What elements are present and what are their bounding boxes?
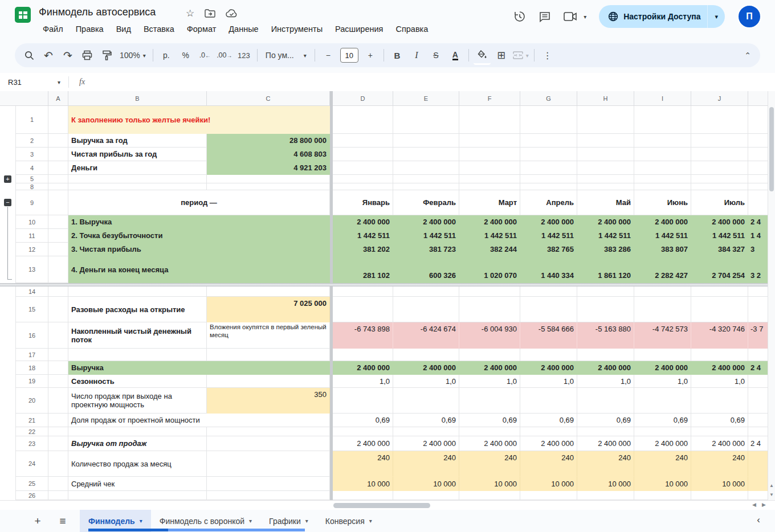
cell-D21[interactable]: 0,69	[333, 414, 393, 427]
cell-A23[interactable]	[48, 436, 68, 451]
menu-item-4[interactable]: Формат	[182, 23, 222, 35]
cell-H19[interactable]: 1,0	[577, 375, 634, 388]
cell-B10[interactable]: 1. Выручка	[68, 215, 330, 229]
add-sheet-button[interactable]: +	[25, 515, 50, 527]
row-header-5[interactable]: 5	[16, 175, 48, 183]
cell-H1[interactable]	[577, 106, 634, 134]
cell-D9[interactable]: Январь	[333, 190, 393, 215]
cell-J17[interactable]	[691, 349, 748, 361]
comments-icon[interactable]	[539, 10, 551, 23]
cell-A4[interactable]	[48, 161, 68, 175]
row-header-19[interactable]: 19	[16, 375, 48, 388]
col-header-J[interactable]: J	[691, 91, 748, 106]
cell-K18-partial[interactable]: 2 4	[748, 361, 768, 375]
horizontal-scrollbar[interactable]: ◀ ▶	[0, 500, 775, 510]
cell-B20[interactable]: Число продаж при выходе на проектную мощ…	[68, 388, 207, 414]
text-color-button[interactable]: A	[447, 47, 464, 64]
cell-F5[interactable]	[459, 175, 520, 183]
cell-H8[interactable]	[577, 183, 634, 190]
cell-H21[interactable]: 0,69	[577, 414, 634, 427]
cell-D4[interactable]	[333, 161, 393, 175]
cell-C19[interactable]	[207, 375, 330, 388]
cell-B11[interactable]: 2. Точка безубыточности	[68, 229, 330, 243]
col-header-H[interactable]: H	[577, 91, 634, 106]
cell-K14-partial[interactable]	[748, 287, 768, 297]
cell-C26[interactable]	[207, 491, 330, 500]
cell-I16[interactable]: -4 742 573	[634, 322, 691, 349]
camera-caret-icon[interactable]: ▾	[584, 14, 586, 20]
cell-F22[interactable]	[459, 427, 520, 436]
tabs-scroll-left-icon[interactable]: ‹	[757, 514, 760, 526]
cell-I2[interactable]	[634, 134, 691, 148]
cell-A22[interactable]	[48, 427, 68, 436]
cell-G1[interactable]	[520, 106, 577, 134]
cell-A16[interactable]	[48, 322, 68, 349]
cell-B12[interactable]: 3. Чистая прибыль	[68, 243, 330, 256]
group-expand-button[interactable]: +	[4, 175, 11, 183]
cell-G11[interactable]: 1 442 511	[520, 229, 577, 243]
cell-K3-partial[interactable]	[748, 148, 768, 161]
document-title[interactable]: Финмодель автосервиса	[39, 6, 156, 18]
cell-F25[interactable]: 10 000	[459, 477, 520, 491]
cell-K26-partial[interactable]	[748, 491, 768, 500]
cell-J9[interactable]: Июль	[691, 190, 748, 215]
cell-F21[interactable]: 0,69	[459, 414, 520, 427]
menu-item-5[interactable]: Данные	[223, 23, 263, 35]
cell-K5-partial[interactable]	[748, 175, 768, 183]
print-icon[interactable]	[79, 47, 96, 64]
col-header-partial[interactable]	[748, 91, 768, 106]
cell-B19[interactable]: Сезонность	[68, 375, 207, 388]
cell-I3[interactable]	[634, 148, 691, 161]
cell-F1[interactable]	[459, 106, 520, 134]
sheets-logo-icon[interactable]	[15, 7, 31, 23]
cell-E8[interactable]	[393, 183, 459, 190]
merge-cells-icon[interactable]: ▾	[512, 47, 529, 64]
cell-D25[interactable]: 10 000	[333, 477, 393, 491]
cell-K22-partial[interactable]	[748, 427, 768, 436]
scroll-up-icon[interactable]: ▲	[768, 481, 775, 490]
cell-H13[interactable]: 1 861 120	[577, 256, 634, 283]
horizontal-scrollbar-thumb[interactable]	[333, 503, 430, 508]
cell-K23-partial[interactable]: 2 4	[748, 436, 768, 451]
cell-H25[interactable]: 10 000	[577, 477, 634, 491]
cell-F4[interactable]	[459, 161, 520, 175]
name-box[interactable]: R31 ▾	[0, 78, 63, 87]
cell-I8[interactable]	[634, 183, 691, 190]
cell-I20[interactable]	[634, 388, 691, 414]
cell-D1[interactable]	[333, 106, 393, 134]
formula-input[interactable]	[85, 73, 775, 91]
all-sheets-icon[interactable]: ≡	[50, 515, 75, 527]
cell-I15[interactable]	[634, 297, 691, 322]
cell-D11[interactable]: 1 442 511	[333, 229, 393, 243]
row-header-15[interactable]: 15	[16, 297, 48, 322]
cell-G22[interactable]	[520, 427, 577, 436]
cell-C20[interactable]: 350	[207, 388, 330, 414]
cell-E18[interactable]: 2 400 000	[393, 361, 459, 375]
cell-C24[interactable]	[207, 451, 330, 477]
row-header-11[interactable]: 11	[16, 229, 48, 243]
cell-H10[interactable]: 2 400 000	[577, 215, 634, 229]
scroll-down-icon[interactable]: ▼	[768, 490, 775, 499]
cell-J25[interactable]: 10 000	[691, 477, 748, 491]
version-history-icon[interactable]	[513, 10, 526, 23]
cell-E21[interactable]: 0,69	[393, 414, 459, 427]
cell-G12[interactable]: 382 765	[520, 243, 577, 256]
cell-E19[interactable]: 1,0	[393, 375, 459, 388]
cell-B16[interactable]: Накопленный чистый денежный поток	[68, 322, 207, 349]
cell-I23[interactable]: 2 400 000	[634, 436, 691, 451]
cell-B17[interactable]	[68, 349, 207, 361]
cell-A8[interactable]	[48, 183, 68, 190]
cell-F20[interactable]	[459, 388, 520, 414]
row-header-25[interactable]: 25	[16, 477, 48, 491]
cell-G2[interactable]	[520, 134, 577, 148]
cell-G25[interactable]: 10 000	[520, 477, 577, 491]
row-header-20[interactable]: 20	[16, 388, 48, 414]
cell-G20[interactable]	[520, 388, 577, 414]
group-collapse-button[interactable]: −	[4, 199, 11, 206]
cell-H2[interactable]	[577, 134, 634, 148]
cell-I24[interactable]: 240	[634, 451, 691, 477]
fill-color-icon[interactable]	[474, 46, 491, 65]
col-header-B[interactable]: B	[68, 91, 207, 106]
font-select[interactable]: По ум...▾	[262, 47, 310, 64]
cell-K17-partial[interactable]	[748, 349, 768, 361]
